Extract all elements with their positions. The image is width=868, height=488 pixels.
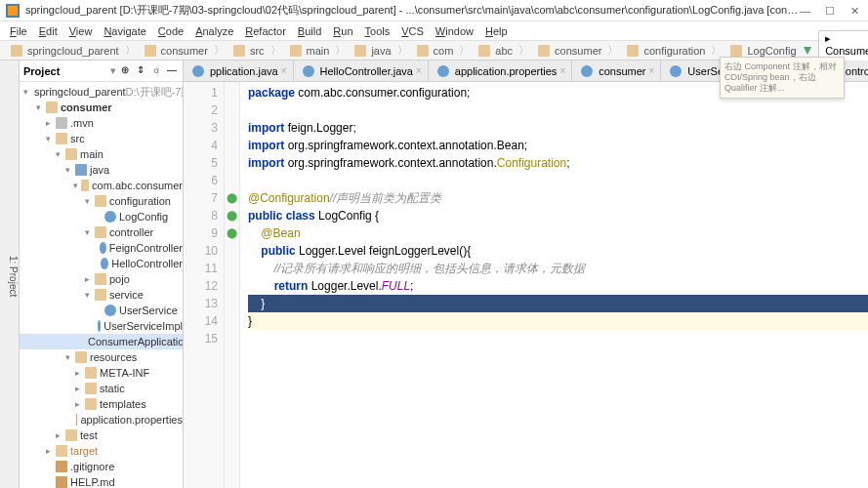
tree-node[interactable]: ▸target — [20, 443, 183, 459]
left-tool-stripe[interactable]: 1: Project7: Structure2: FavoritesWeb — [0, 61, 20, 488]
menubar: FileEditViewNavigateCodeAnalyzeRefactorB… — [0, 21, 868, 41]
file-icon — [437, 65, 449, 77]
breadcrumb-item[interactable]: springcloud_parent — [4, 45, 123, 57]
collapse-icon[interactable]: ⇕ — [134, 64, 147, 78]
menu-window[interactable]: Window — [430, 23, 479, 39]
close-tab-icon[interactable]: × — [416, 65, 422, 76]
tree-node[interactable]: ▾com.abc.consumer — [20, 178, 183, 193]
editor-tab[interactable]: HelloController.java× — [294, 61, 429, 81]
folder-icon — [75, 164, 87, 176]
tree-node[interactable]: ▾main — [20, 146, 183, 162]
breadcrumb-item[interactable]: LogConfig — [723, 45, 800, 57]
folder-icon — [538, 45, 550, 57]
tree-node[interactable]: ▾service — [20, 287, 183, 303]
close-tab-icon[interactable]: × — [649, 65, 655, 76]
menu-code[interactable]: Code — [152, 23, 189, 39]
tree-node[interactable]: FeignController — [20, 240, 183, 256]
tree-node[interactable]: HelloController — [20, 256, 183, 271]
editor-tab[interactable]: pplication.java× — [184, 61, 294, 81]
breadcrumb-separator: 〉 — [212, 43, 227, 58]
file-icon — [56, 476, 67, 488]
editor-tab[interactable]: application.properties× — [429, 61, 572, 81]
breadcrumb-separator: 〉 — [605, 43, 620, 58]
breadcrumb-separator: 〉 — [395, 43, 410, 58]
tree-node[interactable]: ▸pojo — [20, 271, 183, 287]
file-icon — [100, 242, 105, 254]
menu-refactor[interactable]: Refactor — [239, 23, 292, 39]
folder-icon — [354, 45, 366, 57]
folder-icon — [95, 226, 106, 238]
select-opened-icon[interactable]: ⊕ — [118, 64, 132, 78]
tree-node[interactable]: ▸META-INF — [20, 365, 183, 381]
menu-vcs[interactable]: VCS — [395, 23, 430, 39]
folder-icon — [627, 45, 639, 57]
project-panel-title: Project — [23, 65, 60, 77]
maximize-button[interactable]: ☐ — [825, 5, 837, 17]
folder-icon — [56, 133, 67, 144]
settings-icon[interactable]: ☼ — [149, 64, 163, 78]
breadcrumb-item[interactable]: com — [410, 45, 458, 57]
breadcrumb-separator: 〉 — [709, 43, 723, 58]
folder-icon — [46, 102, 58, 113]
tree-node[interactable]: ▸templates — [20, 396, 183, 412]
close-tab-icon[interactable]: × — [559, 65, 565, 76]
folder-icon — [95, 273, 106, 285]
project-sidebar: Project ▾ ⊕ ⇕ ☼ — ▾springcloud_parent D:… — [20, 61, 184, 488]
title-text: springcloud_parent [D:\开课吧-7期\03-springc… — [25, 3, 800, 18]
folder-icon — [95, 195, 106, 207]
breadcrumb-item[interactable]: src — [227, 45, 269, 57]
tree-node[interactable]: ▾springcloud_parent D:\开课吧-7期\03-spring — [20, 84, 183, 100]
breadcrumb-separator: 〉 — [457, 43, 472, 58]
tree-node[interactable]: ConsumerApplication — [20, 334, 183, 349]
breadcrumb-item[interactable]: consumer — [138, 45, 212, 57]
menu-file[interactable]: File — [4, 23, 33, 39]
tree-node[interactable]: application.properties — [20, 412, 183, 427]
breadcrumb-item[interactable]: java — [348, 45, 394, 57]
tree-node[interactable]: ▸test — [20, 427, 183, 443]
tree-node[interactable]: ▾java — [20, 162, 183, 178]
menu-navigate[interactable]: Navigate — [98, 23, 151, 39]
menu-run[interactable]: Run — [327, 23, 358, 39]
breadcrumb-separator: 〉 — [333, 43, 348, 58]
tree-node[interactable]: ▾resources — [20, 349, 183, 365]
editor-tab[interactable]: consumer× — [572, 61, 661, 81]
inspection-popup[interactable]: 右边 Component 注解，相对 CDI/Spring bean，右边 Qu… — [720, 57, 845, 99]
tree-node[interactable]: ▾src — [20, 131, 183, 146]
tool-tab[interactable]: 1: Project — [8, 256, 19, 297]
menu-view[interactable]: View — [63, 23, 99, 39]
marker-gutter: ⬤⬤⬤ — [225, 82, 240, 488]
tree-node[interactable]: ▾controller — [20, 224, 183, 240]
menu-analyze[interactable]: Analyze — [189, 23, 239, 39]
file-icon — [104, 305, 116, 316]
tree-node[interactable]: .gitignore — [20, 459, 183, 474]
project-tree[interactable]: ▾springcloud_parent D:\开课吧-7期\03-spring▾… — [20, 82, 183, 488]
folder-icon — [85, 367, 97, 379]
tree-node[interactable]: ▸static — [20, 381, 183, 396]
folder-icon — [145, 45, 156, 57]
line-gutter: 123456789101112131415 — [184, 82, 225, 488]
menu-edit[interactable]: Edit — [33, 23, 63, 39]
code-editor[interactable]: 123456789101112131415 ⬤⬤⬤ package com.ab… — [184, 82, 868, 488]
tree-node[interactable]: LogConfig — [20, 209, 183, 224]
tree-node[interactable]: UserService — [20, 303, 183, 318]
code-content[interactable]: package com.abc.consumer.configuration; … — [240, 82, 868, 488]
breadcrumb-item[interactable]: abc — [472, 45, 517, 57]
breadcrumb-separator: 〉 — [123, 43, 138, 58]
tree-node[interactable]: UserServiceImpl — [20, 318, 183, 334]
menu-help[interactable]: Help — [479, 23, 514, 39]
tree-node[interactable]: ▾consumer — [20, 100, 183, 115]
minimize-button[interactable]: — — [800, 5, 811, 17]
tree-node[interactable]: ▾configuration — [20, 193, 183, 209]
menu-build[interactable]: Build — [292, 23, 327, 39]
breadcrumb-item[interactable]: configuration — [620, 45, 709, 57]
close-tab-icon[interactable]: × — [281, 65, 287, 76]
tree-node[interactable]: ▸.mvn — [20, 115, 183, 131]
breadcrumb-separator: 〉 — [517, 43, 531, 58]
breadcrumb-item[interactable]: consumer — [531, 45, 605, 57]
menu-tools[interactable]: Tools — [359, 23, 396, 39]
close-button[interactable]: ✕ — [850, 5, 862, 17]
folder-icon — [85, 398, 97, 410]
breadcrumb-item[interactable]: main — [283, 45, 334, 57]
tree-node[interactable]: HELP.md — [20, 474, 183, 488]
hide-icon[interactable]: — — [165, 64, 179, 78]
